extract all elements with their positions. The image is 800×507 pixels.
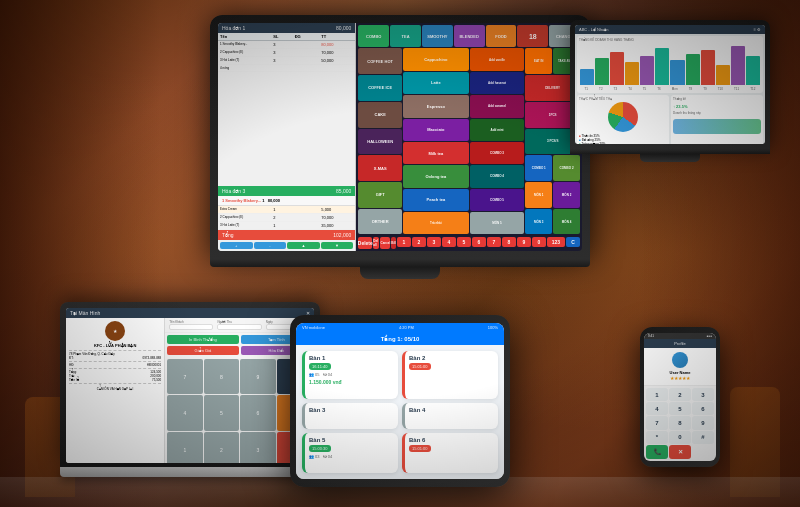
eat-in[interactable]: EAT IN xyxy=(525,48,552,74)
orther[interactable]: ORTHER xyxy=(358,209,402,235)
customer-name-input[interactable] xyxy=(169,324,213,330)
numpad-del-all[interactable]: Del all xyxy=(373,237,379,249)
order-row[interactable]: Extra Cream 1 5,000 xyxy=(218,206,355,214)
numpad-0[interactable]: 0 xyxy=(532,237,546,247)
cashier-input[interactable] xyxy=(217,324,261,330)
lnum-5[interactable]: 5 xyxy=(204,395,239,430)
coffee-ice[interactable]: COFFEE ICE xyxy=(358,75,402,101)
btn-plus[interactable]: + xyxy=(220,242,253,249)
numpad-del[interactable]: Delete xyxy=(358,237,372,249)
numpad-c[interactable]: C xyxy=(566,237,580,247)
order-row[interactable]: 1 Smoothy Blakery... 3 80,000 xyxy=(218,41,355,49)
lnum-9[interactable]: 9 xyxy=(240,359,275,394)
numpad-bill[interactable]: Bill xyxy=(391,237,396,249)
phone-2[interactable]: 2 xyxy=(669,388,691,401)
xmas[interactable]: X-MAS xyxy=(358,155,402,181)
oolong-tea[interactable]: Oolong tea xyxy=(403,165,469,187)
cat-combo[interactable]: COMBO xyxy=(358,25,389,47)
combo3[interactable]: COMBO 3 xyxy=(470,142,525,164)
cappuchino[interactable]: Cappuchino xyxy=(403,48,469,70)
lnum-4[interactable]: 4 xyxy=(167,395,202,430)
pos-left-panel: Hóa đơn 1 80,000 Tên SL ĐG TT 1 Smo xyxy=(218,23,356,251)
espresso[interactable]: Espresso xyxy=(403,95,469,117)
numpad-9[interactable]: 9 xyxy=(517,237,531,247)
phone-0[interactable]: 0 xyxy=(669,431,691,444)
add-hasenat[interactable]: Add hasenat xyxy=(470,72,525,94)
table-card-4[interactable]: Bàn 4 xyxy=(402,403,498,429)
lnum-2[interactable]: 2 xyxy=(204,432,239,463)
phone-end[interactable]: ✕ xyxy=(669,445,691,459)
numpad-2[interactable]: 2 xyxy=(412,237,426,247)
add-caramel[interactable]: Add caramel xyxy=(470,95,525,117)
btn-giam-gia[interactable]: Giảm Giá xyxy=(167,346,238,355)
bar-chart xyxy=(579,43,761,86)
phone-4[interactable]: 4 xyxy=(646,402,668,415)
lnum-6[interactable]: 6 xyxy=(240,395,275,430)
phone-star[interactable]: * xyxy=(646,431,668,444)
numpad-cancel[interactable]: Cancel xyxy=(380,237,390,249)
phone-hash[interactable]: # xyxy=(692,431,714,444)
cat-smoothy[interactable]: SMOOTHY xyxy=(422,25,453,47)
table-card-3[interactable]: Bàn 3 xyxy=(302,403,398,429)
chart-title: THỐNG KÊ DOANH THU HÀNG THÁNG xyxy=(579,38,761,42)
numpad-3[interactable]: 3 xyxy=(427,237,441,247)
numpad-4[interactable]: 4 xyxy=(442,237,456,247)
gift[interactable]: GIFT xyxy=(358,182,402,208)
tra-nhai[interactable]: Trà nhài xyxy=(403,212,469,234)
order-row[interactable]: 3 Hot Latte (T) 1 35,000 xyxy=(218,222,355,230)
bar-jan xyxy=(580,69,594,85)
phone-9[interactable]: 9 xyxy=(692,416,714,429)
coffee-hot[interactable]: COFFEE HOT xyxy=(358,48,402,74)
cat-tea[interactable]: TEA xyxy=(390,25,421,47)
phone-3[interactable]: 3 xyxy=(692,388,714,401)
milk-tea[interactable]: Milk tea xyxy=(403,142,469,164)
phone-5[interactable]: 5 xyxy=(669,402,691,415)
combo5[interactable]: COMBO 5 xyxy=(470,189,525,211)
btn-in-bill[interactable]: In Bình Thường xyxy=(167,335,238,344)
add-mint[interactable]: Add mint xyxy=(470,119,525,141)
desktop-monitor: Hóa đơn 1 80,000 Tên SL ĐG TT 1 Smo xyxy=(210,15,590,279)
btn-down[interactable]: ▼ xyxy=(321,242,354,249)
numpad-123[interactable]: 123 xyxy=(547,237,565,247)
combo1[interactable]: COMBO 1 xyxy=(525,155,552,181)
combo4[interactable]: COMBO 4 xyxy=(470,165,525,187)
lnum-1[interactable]: 1 xyxy=(167,432,202,463)
mon2[interactable]: MÓN 2 xyxy=(553,182,580,208)
mon1[interactable]: MÓN 1 xyxy=(525,182,552,208)
cat-food[interactable]: FOOD xyxy=(486,25,517,47)
table-card-1[interactable]: Bàn 1 16:11:40 👥 05 🍽 04 1.150.000 vnđ xyxy=(302,351,398,399)
mon3[interactable]: MÓN 3 xyxy=(525,209,552,235)
phone-1[interactable]: 1 xyxy=(646,388,668,401)
cat-blended[interactable]: BLENDED xyxy=(454,25,485,47)
mon5[interactable]: MÓN 5 xyxy=(470,212,525,234)
numpad-8[interactable]: 8 xyxy=(502,237,516,247)
numpad-5[interactable]: 5 xyxy=(457,237,471,247)
btn-up[interactable]: ▲ xyxy=(287,242,320,249)
lnum-8[interactable]: 8 xyxy=(204,359,239,394)
numpad-1[interactable]: 1 xyxy=(397,237,411,247)
table-card-5[interactable]: Bàn 5 15:00:30 👥 03 🍽 04 xyxy=(302,433,398,473)
btn-minus[interactable]: - xyxy=(254,242,287,249)
lnum-3[interactable]: 3 xyxy=(240,432,275,463)
lnum-7[interactable]: 7 xyxy=(167,359,202,394)
order-row[interactable]: 4 nóng xyxy=(218,65,355,72)
add-vanille[interactable]: Add vanille xyxy=(470,48,525,70)
numpad-7[interactable]: 7 xyxy=(487,237,501,247)
order-row[interactable]: 3 Hot Latte (T) 3 50,000 xyxy=(218,57,355,65)
halloween[interactable]: HALLOWEEN xyxy=(358,129,402,155)
order-row[interactable]: 2 Cappuchino (E) 2 70,000 xyxy=(218,214,355,222)
mon4[interactable]: MÓN 4 xyxy=(553,209,580,235)
order-row[interactable]: 2 Cappuchino (E) 3 70,000 xyxy=(218,49,355,57)
latte[interactable]: Latte xyxy=(403,72,469,94)
table-card-2[interactable]: Bàn 2 15:01:00 xyxy=(402,351,498,399)
phone-8[interactable]: 8 xyxy=(669,416,691,429)
macciato[interactable]: Macciato xyxy=(403,119,469,141)
phone-7[interactable]: 7 xyxy=(646,416,668,429)
cake[interactable]: CAKE xyxy=(358,102,402,128)
peach-tea[interactable]: Peach tea xyxy=(403,189,469,211)
phone-6[interactable]: 6 xyxy=(692,402,714,415)
numpad-6[interactable]: 6 xyxy=(472,237,486,247)
phone-screen: 9:41 ●●● Profile User Name ★★★★★ 1 2 xyxy=(644,333,716,461)
phone-call[interactable]: 📞 xyxy=(646,445,668,459)
table-card-6[interactable]: Bàn 6 15:01:00 xyxy=(402,433,498,473)
